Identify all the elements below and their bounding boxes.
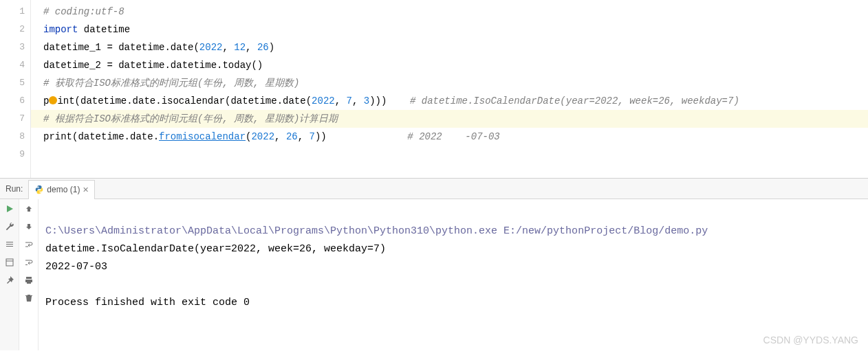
list-icon[interactable] <box>4 239 15 250</box>
line-number: 7 <box>3 110 25 128</box>
svg-point-1 <box>40 192 41 193</box>
console-line: 2022-07-03 <box>45 261 107 273</box>
code-line[interactable]: datetime_1 = datetime.date(2022, 12, 26) <box>43 38 868 56</box>
code-line[interactable]: pint(datetime.date.isocalendar(datetime.… <box>43 92 868 110</box>
number: 26 <box>257 42 269 53</box>
scroll-icon[interactable] <box>23 257 34 268</box>
run-label: Run: <box>0 184 28 194</box>
intention-bulb-icon[interactable] <box>49 96 57 104</box>
rerun-icon[interactable] <box>4 203 15 214</box>
layout-icon[interactable] <box>4 257 15 268</box>
code-line[interactable]: import datetime <box>43 21 868 38</box>
line-number: 5 <box>3 74 25 92</box>
number: 7 <box>347 95 352 106</box>
svg-point-0 <box>38 186 39 187</box>
code-text: print(datetime.date. <box>43 131 159 142</box>
code-line[interactable]: # coding:utf-8 <box>43 3 868 21</box>
up-arrow-icon[interactable] <box>23 203 34 214</box>
code-area[interactable]: # coding:utf-8 import datetime datetime_… <box>31 0 868 178</box>
trash-icon[interactable] <box>23 293 34 304</box>
code-text: datetime_2 = datetime.datetime.today() <box>43 60 263 71</box>
number: 2022 <box>199 42 223 53</box>
svg-rect-2 <box>6 259 13 266</box>
print-icon[interactable] <box>23 275 34 286</box>
run-tab-label: demo (1) <box>47 185 80 194</box>
pin-icon[interactable] <box>4 275 15 286</box>
console-output[interactable]: C:\Users\Administrator\AppData\Local\Pro… <box>39 199 868 350</box>
code-text: , <box>246 42 257 53</box>
line-number: 3 <box>3 38 25 56</box>
line-number: 6 <box>3 92 25 110</box>
code-text: )) <box>315 131 407 142</box>
code-line[interactable]: datetime_2 = datetime.datetime.today() <box>43 56 868 74</box>
comment-text: # datetime.IsoCalendarDate(year=2022, we… <box>410 95 739 106</box>
soft-wrap-icon[interactable] <box>23 239 34 250</box>
line-number: 4 <box>3 56 25 74</box>
code-editor: 1 2 3 4 5 6 7 8 9 # coding:utf-8 import … <box>0 0 868 179</box>
run-tab[interactable]: demo (1) ✕ <box>28 180 95 199</box>
line-number: 2 <box>3 21 25 38</box>
console-command: C:\Users\Administrator\AppData\Local\Pro… <box>45 225 708 237</box>
down-arrow-icon[interactable] <box>23 221 34 232</box>
code-line[interactable]: # 根据符合ISO标准格式的时间元组(年份, 周数, 星期数)计算日期 <box>31 110 868 128</box>
run-panel: C:\Users\Administrator\AppData\Local\Pro… <box>0 199 868 350</box>
run-tool-column-right <box>19 199 39 350</box>
watermark: CSDN @YYDS.YANG <box>763 335 858 346</box>
line-number-gutter: 1 2 3 4 5 6 7 8 9 <box>0 0 31 178</box>
number: 7 <box>310 131 315 142</box>
number: 2022 <box>312 95 335 106</box>
number: 3 <box>364 95 369 106</box>
wrench-icon[interactable] <box>4 221 15 232</box>
comment-text: # coding:utf-8 <box>43 6 124 17</box>
line-number: 1 <box>3 3 25 21</box>
comment-text: # 2022 -07-03 <box>407 131 499 142</box>
console-line: datetime.IsoCalendarDate(year=2022, week… <box>45 243 386 255</box>
code-text: p <box>43 95 49 106</box>
code-text: datetime <box>78 24 130 35</box>
code-text: , <box>274 131 286 142</box>
comment-text: # 获取符合ISO标准格式的时间元组(年份, 周数, 星期数) <box>43 78 299 89</box>
run-toolbar: Run: demo (1) ✕ <box>0 179 868 199</box>
line-number: 9 <box>3 146 25 163</box>
line-number: 8 <box>3 128 25 146</box>
console-line: Process finished with exit code 0 <box>45 297 250 308</box>
code-text: ) <box>269 42 274 53</box>
code-text: ))) <box>369 95 410 106</box>
code-line[interactable]: print(datetime.date.fromisocalendar(2022… <box>43 128 868 146</box>
number: 12 <box>234 42 246 53</box>
function-link[interactable]: fromisocalendar <box>159 131 246 142</box>
code-text: , <box>222 42 234 53</box>
comment-text: # 根据符合ISO标准格式的时间元组(年份, 周数, 星期数)计算日期 <box>43 113 338 124</box>
code-text: int(datetime.date.isocalendar(datetime.d… <box>57 95 312 106</box>
code-text: , <box>335 95 347 106</box>
code-text: datetime_1 = datetime.date( <box>43 42 199 53</box>
code-text: , <box>352 95 364 106</box>
code-line[interactable]: # 获取符合ISO标准格式的时间元组(年份, 周数, 星期数) <box>43 74 868 92</box>
code-text: , <box>298 131 310 142</box>
close-icon[interactable]: ✕ <box>83 185 89 194</box>
number: 2022 <box>251 131 274 142</box>
run-tool-column-left <box>0 199 19 350</box>
python-icon <box>34 185 44 194</box>
keyword: import <box>43 24 78 35</box>
number: 26 <box>286 131 298 142</box>
code-line[interactable] <box>43 146 868 163</box>
